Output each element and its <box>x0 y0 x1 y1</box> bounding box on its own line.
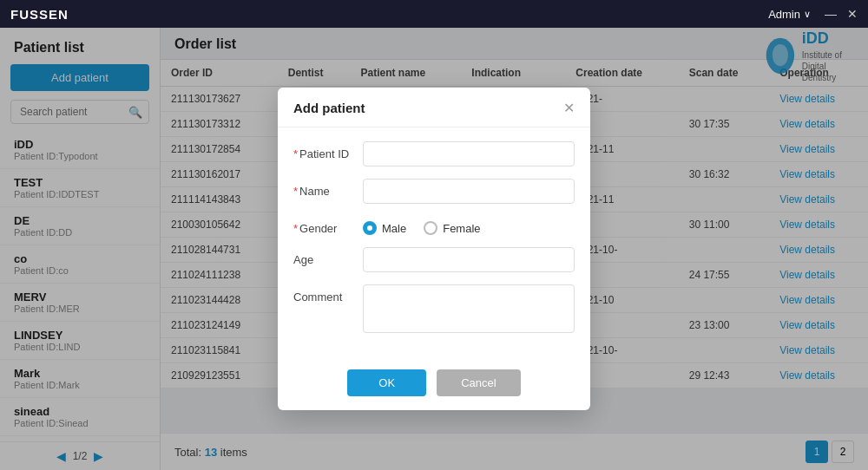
gender-female-option[interactable]: Female <box>424 221 480 235</box>
gender-label: *Gender <box>293 216 363 235</box>
close-button[interactable]: ✕ <box>847 7 858 21</box>
age-input[interactable] <box>363 247 575 272</box>
add-patient-modal: Add patient ✕ *Patient ID *Name *Gender <box>278 88 590 410</box>
modal-body: *Patient ID *Name *Gender Male <box>278 127 590 359</box>
admin-label: Admin <box>768 8 800 21</box>
gender-row: *Gender Male Female <box>293 216 575 235</box>
modal-overlay: Add patient ✕ *Patient ID *Name *Gender <box>0 28 868 470</box>
modal-title: Add patient <box>293 101 365 115</box>
patient-id-label: *Patient ID <box>293 141 363 160</box>
admin-menu[interactable]: Admin ∨ <box>768 8 811 21</box>
name-input[interactable] <box>363 179 575 204</box>
comment-label: Comment <box>293 284 363 304</box>
modal-footer: OK Cancel <box>278 359 590 410</box>
window-controls: — ✕ <box>825 7 858 21</box>
titlebar: FUSSEN Admin ∨ — ✕ <box>0 0 868 28</box>
app-logo: FUSSEN <box>10 7 69 22</box>
ok-button[interactable]: OK <box>347 369 426 396</box>
comment-row: Comment <box>293 284 575 333</box>
cancel-button[interactable]: Cancel <box>437 369 520 396</box>
female-radio-icon <box>424 221 437 235</box>
comment-input[interactable] <box>363 284 575 333</box>
minimize-button[interactable]: — <box>825 7 837 21</box>
patient-id-row: *Patient ID <box>293 141 575 166</box>
name-label: *Name <box>293 179 363 198</box>
female-label: Female <box>443 222 480 235</box>
chevron-down-icon: ∨ <box>804 9 811 20</box>
modal-close-button[interactable]: ✕ <box>563 100 575 116</box>
name-row: *Name <box>293 179 575 204</box>
age-label: Age <box>293 247 363 266</box>
male-radio-icon <box>363 221 377 235</box>
age-row: Age <box>293 247 575 272</box>
modal-header: Add patient ✕ <box>278 88 590 127</box>
male-label: Male <box>382 222 406 235</box>
patient-id-input[interactable] <box>363 141 575 166</box>
gender-group: Male Female <box>363 216 481 235</box>
gender-male-option[interactable]: Male <box>363 221 406 235</box>
titlebar-right: Admin ∨ — ✕ <box>768 7 858 21</box>
